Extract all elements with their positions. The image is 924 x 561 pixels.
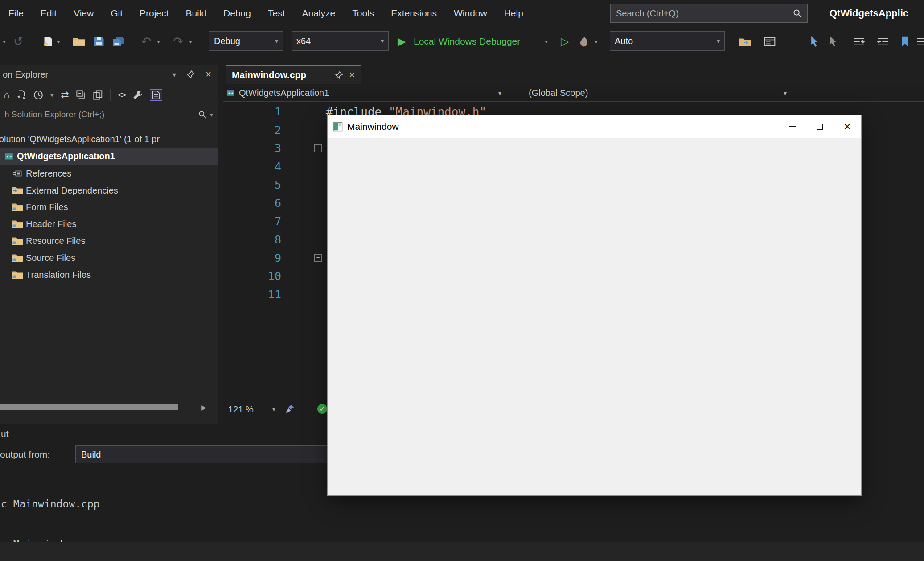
select-element-alt-cursor-icon[interactable] (829, 27, 837, 56)
tab-mainwindow-cpp[interactable]: Mainwindow.cpp × (226, 65, 361, 84)
window-position-chevron-icon[interactable]: ▾ (172, 70, 176, 79)
solution-configuration-dropdown[interactable]: Debug ▾ (209, 31, 283, 51)
tree-item-source-files[interactable]: Source Files (0, 249, 218, 266)
select-element-cursor-icon[interactable] (810, 27, 818, 56)
nav-project-dropdown[interactable]: QtWidgetsApplication1 (226, 84, 329, 102)
sync-with-active-document-icon[interactable] (16, 90, 26, 100)
close-button[interactable]: × (834, 116, 861, 138)
bookmark-icon[interactable] (901, 27, 908, 56)
pin-tab-icon[interactable] (335, 71, 343, 79)
menu-item-analyze[interactable]: Analyze (293, 0, 344, 27)
tree-item-label: Header Files (26, 219, 76, 229)
fold-collapse-icon[interactable]: − (314, 254, 322, 262)
pane-splitter[interactable] (862, 300, 924, 300)
solution-configuration-value: Debug (214, 36, 240, 46)
fold-guide-line (318, 152, 318, 227)
navigate-backward-icon[interactable]: ↺ (13, 27, 23, 56)
chevron-down-icon[interactable]: ▾ (784, 90, 787, 97)
folder-export-icon[interactable] (739, 27, 751, 56)
close-panel-icon[interactable]: × (205, 69, 211, 80)
clipped-toolbar-icon[interactable] (916, 27, 924, 56)
start-debugging-caret-icon[interactable]: ▾ (545, 27, 548, 56)
new-item-caret-icon[interactable]: ▾ (57, 27, 60, 56)
visual-studio-window: File Edit View Git Project Build Debug T… (0, 0, 924, 561)
fold-collapse-icon[interactable]: − (314, 144, 322, 152)
menu-item-view[interactable]: View (65, 0, 102, 27)
toolbar-separator (134, 34, 134, 49)
tree-item-resource-files[interactable]: Resource Files (0, 232, 218, 249)
menu-item-project[interactable]: Project (131, 0, 177, 27)
redo-caret-icon[interactable]: ▾ (189, 27, 192, 56)
qt-window-client-area[interactable] (328, 138, 861, 495)
save-icon[interactable] (94, 27, 104, 56)
solution-explorer-search-input[interactable]: h Solution Explorer (Ctrl+;) ▾ (0, 106, 218, 124)
zoom-dropdown[interactable]: 121 % ▾ (226, 403, 278, 416)
tree-item-header-files[interactable]: Header Files (0, 215, 218, 232)
undo-icon[interactable]: ↶ (141, 27, 151, 56)
start-debugging-label[interactable]: Local Windows Debugger (414, 27, 520, 56)
menu-item-debug[interactable]: Debug (215, 0, 259, 27)
project-label: QtWidgetsApplication1 (17, 151, 115, 161)
tree-item-solution[interactable]: olution 'QtWidgetsApplication1' (1 of 1 … (0, 131, 218, 148)
solution-platform-dropdown[interactable]: x64 ▾ (292, 31, 389, 51)
scrollbar-right-arrow-icon[interactable]: ▶ (201, 403, 207, 412)
search-options-caret-icon[interactable]: ▾ (210, 111, 213, 118)
chevron-down-icon[interactable]: ▾ (498, 90, 501, 97)
new-item-icon[interactable] (42, 27, 53, 56)
home-icon[interactable]: ⌂ (4, 89, 9, 101)
line-number: 1 (223, 105, 281, 118)
dependencies-folder-icon (12, 186, 23, 194)
code-filter-icon[interactable]: <> (118, 90, 126, 100)
editor-tab-bar: Mainwindow.cpp × (223, 65, 924, 84)
menu-item-extensions[interactable]: Extensions (382, 0, 445, 27)
show-all-files-icon[interactable] (93, 90, 103, 100)
horizontal-scrollbar[interactable]: ▶ (0, 403, 218, 412)
nav-scope-dropdown[interactable]: (Global Scope) (529, 84, 588, 102)
line-indent-icon[interactable] (853, 27, 865, 56)
preview-selected-items-icon[interactable] (150, 89, 162, 101)
maximize-button[interactable] (806, 116, 834, 138)
collapse-all-icon[interactable] (76, 90, 86, 100)
qt-window-title-bar[interactable]: Mainwindow × (328, 116, 861, 138)
save-all-icon[interactable] (112, 27, 125, 56)
pending-changes-clock-icon[interactable] (33, 90, 43, 100)
close-tab-icon[interactable]: × (349, 70, 355, 80)
chevron-down-icon: ▾ (275, 37, 278, 45)
tree-item-form-files[interactable]: Form Files (0, 198, 218, 215)
menu-item-help[interactable]: Help (496, 0, 532, 27)
minimize-button[interactable] (778, 116, 806, 138)
menu-item-window[interactable]: Window (445, 0, 496, 27)
quick-search-box[interactable]: Search (Ctrl+Q) (610, 4, 808, 23)
menu-item-test[interactable]: Test (259, 0, 294, 27)
menu-item-tools[interactable]: Tools (344, 0, 382, 27)
start-debugging-play-icon[interactable]: ▶ (398, 27, 406, 56)
properties-wrench-icon[interactable] (133, 90, 143, 100)
menu-item-file[interactable]: File (0, 0, 32, 27)
document-health-check-icon[interactable]: ✓ (317, 404, 327, 414)
menu-item-edit[interactable]: Edit (32, 0, 65, 27)
code-cleanup-broom-icon[interactable] (286, 404, 295, 414)
toolbar-overflow-icon[interactable]: ▾ (3, 27, 6, 56)
menu-item-git[interactable]: Git (102, 0, 131, 27)
tree-item-project[interactable]: QtWidgetsApplication1 (0, 148, 218, 165)
hot-reload-caret-icon[interactable]: ▾ (595, 27, 598, 56)
line-outdent-icon[interactable] (877, 27, 889, 56)
open-folder-icon[interactable] (73, 27, 85, 56)
redo-icon[interactable]: ↷ (173, 27, 183, 56)
scrollbar-thumb[interactable] (0, 404, 178, 410)
tree-item-external-dependencies[interactable]: External Dependencies (0, 182, 218, 199)
preview-window-icon[interactable] (764, 27, 776, 56)
hot-reload-mode-dropdown[interactable]: Auto ▾ (610, 31, 725, 51)
hot-reload-flame-icon[interactable] (579, 27, 588, 56)
pending-changes-caret-icon[interactable]: ▾ (50, 91, 53, 99)
undo-caret-icon[interactable]: ▾ (157, 27, 160, 56)
line-number: 6 (223, 197, 281, 210)
menu-item-build[interactable]: Build (177, 0, 215, 27)
start-without-debugging-icon[interactable]: ▷ (561, 27, 569, 56)
tree-item-translation-files[interactable]: Translation Files (0, 266, 218, 283)
output-source-dropdown[interactable]: Build (75, 446, 343, 463)
qt-app-window[interactable]: Mainwindow × (327, 115, 862, 496)
pin-panel-icon[interactable] (187, 70, 195, 78)
switch-views-icon[interactable]: ⇄ (61, 89, 69, 101)
tree-item-references[interactable]: References (0, 165, 218, 182)
